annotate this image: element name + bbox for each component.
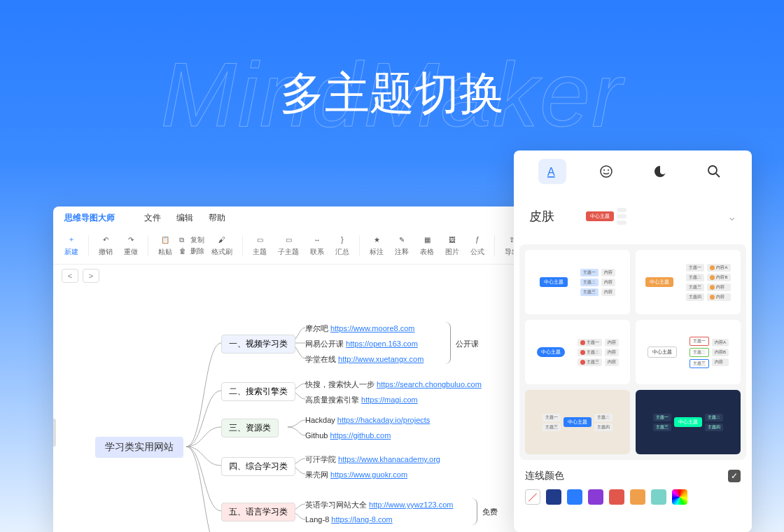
leaf-link[interactable]: https://hackaday.io/projects xyxy=(337,416,430,424)
style-panel: A 皮肤 中心主题 ⌄ 中心主题主题一主题二主题三内容内容内容 中心主题主题一主… xyxy=(514,150,752,532)
dot xyxy=(580,350,585,355)
p-hub: 中心主题 xyxy=(564,417,592,427)
nav-forward[interactable]: > xyxy=(83,269,99,283)
tool-format[interactable]: 🖌格式刷 xyxy=(207,232,237,258)
leaf-node[interactable]: 学堂在线 http://www.xuetangx.com xyxy=(305,354,424,365)
menu-file[interactable]: 文件 xyxy=(144,212,161,224)
tool-paste[interactable]: 📋粘贴 xyxy=(154,232,176,258)
leaf-node[interactable]: 网易公开课 https://open.163.com xyxy=(305,339,418,349)
leaf-node[interactable]: Github https://github.com xyxy=(305,431,391,440)
tab-search[interactable] xyxy=(700,159,728,184)
leaf-link[interactable]: http://www.xuetangx.com xyxy=(338,355,424,363)
p-c: 内容B xyxy=(716,274,727,281)
p-c: 内容 xyxy=(605,349,619,356)
tool-redo[interactable]: ↷重做 xyxy=(120,232,142,258)
p-c: 内容B xyxy=(712,349,729,356)
theme-card-dark[interactable]: 主题一主题三中心主题主题二主题四 xyxy=(636,390,741,454)
leaf-node[interactable]: 高质量搜索引擎 https://magi.com xyxy=(305,395,418,405)
leaf-node[interactable]: Hackday https://hackaday.io/projects xyxy=(305,416,430,424)
color-swatch[interactable] xyxy=(546,489,561,505)
svg-point-1 xyxy=(601,166,612,177)
color-swatch[interactable] xyxy=(525,489,540,505)
tool-subtopic[interactable]: ▭子主题 xyxy=(274,232,303,258)
p-c: 内容 xyxy=(712,358,729,366)
p-t: 主题一 xyxy=(653,414,671,421)
theme-card-orange[interactable]: 中心主题主题一主题二主题三主题四内容A内容B内容内容 xyxy=(636,250,741,314)
leaf-text: 果壳网 xyxy=(305,470,330,479)
p-hub: 中心主题 xyxy=(648,346,677,358)
leaf-link[interactable]: https://open.163.com xyxy=(346,340,418,348)
leaf-node[interactable]: 英语学习网站大全 http://www.yywz123.com xyxy=(305,500,454,510)
leaf-link[interactable]: http://www.yywz123.com xyxy=(369,500,453,509)
tool-table[interactable]: ▦表格 xyxy=(416,232,438,258)
leaf-link[interactable]: https://www.khanacademy.org xyxy=(338,455,440,463)
p-t: 主题三 xyxy=(580,288,598,296)
tab-theme[interactable] xyxy=(646,159,674,184)
dot xyxy=(580,360,585,365)
leaf-node[interactable]: 快搜，搜索快人一步 https://search.chongbuluo.com xyxy=(305,379,482,390)
color-swatch[interactable] xyxy=(609,489,624,505)
branch-node[interactable]: 二、搜索引擎类 xyxy=(221,382,295,401)
color-swatch[interactable] xyxy=(588,489,603,505)
leaf-link[interactable]: https://search.chongbuluo.com xyxy=(377,380,482,388)
leaf-link[interactable]: https://magi.com xyxy=(361,396,418,404)
tool-note[interactable]: ✎注释 xyxy=(391,232,413,258)
tool-subtopic-label: 子主题 xyxy=(278,247,299,257)
theme-card-numbered[interactable]: 中心主题主题一主题二主题三内容内容内容 xyxy=(525,320,630,384)
dot xyxy=(710,295,715,300)
tool-image[interactable]: 🖼图片 xyxy=(441,232,463,258)
theme-card-blue[interactable]: 中心主题主题一主题二主题三内容内容内容 xyxy=(525,250,630,314)
branch-node[interactable]: 三、资源类 xyxy=(221,419,279,438)
leaf-link[interactable]: https://www.moore8.com xyxy=(330,324,414,332)
p-t: 主题一 xyxy=(587,340,599,346)
color-swatch[interactable] xyxy=(651,489,666,505)
branch-node[interactable]: 一、视频学习类 xyxy=(221,335,295,354)
theme-card-rainbow[interactable]: 中心主题主题一主题二主题三内容A内容B内容 xyxy=(636,320,741,384)
svg-point-3 xyxy=(608,169,609,171)
svg-point-2 xyxy=(603,169,605,171)
formula-icon: ƒ xyxy=(472,234,483,245)
tool-formula-label: 公式 xyxy=(470,247,484,257)
tool-relation[interactable]: ↔联系 xyxy=(306,232,328,258)
left-edge-handle[interactable] xyxy=(53,419,56,447)
tool-topic[interactable]: ▭主题 xyxy=(248,232,271,258)
leaf-node[interactable]: Lang-8 https://lang-8.com xyxy=(305,515,393,524)
skin-selector[interactable]: 皮肤 中心主题 ⌄ xyxy=(525,195,741,237)
leaf-link[interactable]: https://lang-8.com xyxy=(331,515,392,524)
leaf-link[interactable]: https://www.guokr.com xyxy=(330,470,407,479)
leaf-node[interactable]: 可汗学院 https://www.khanacademy.org xyxy=(305,454,440,465)
line-color-section: 连线颜色 ✓ xyxy=(525,470,741,505)
tool-copy-label: 复制 xyxy=(190,235,204,245)
menu-help[interactable]: 帮助 xyxy=(209,212,225,224)
branch-node[interactable]: 五、语言学习类 xyxy=(221,503,295,522)
tool-delete[interactable]: 🗑删除 xyxy=(179,246,204,256)
tool-marker[interactable]: ★标注 xyxy=(365,232,388,258)
tool-summary[interactable]: }汇总 xyxy=(331,232,354,258)
tool-undo[interactable]: ↶撤销 xyxy=(94,232,117,258)
color-swatch[interactable] xyxy=(630,489,645,505)
leaf-text: 可汗学院 xyxy=(305,455,338,463)
tool-copy[interactable]: ⧉复制 xyxy=(179,235,204,245)
nav-back[interactable]: < xyxy=(62,269,78,283)
line-color-toggle[interactable]: ✓ xyxy=(728,470,741,482)
color-swatch[interactable] xyxy=(672,489,687,505)
theme-card-beige[interactable]: 主题一主题三中心主题主题二主题四 xyxy=(525,390,630,454)
tool-copy-delete: ⧉复制 🗑删除 xyxy=(179,235,204,256)
tool-new[interactable]: ＋新建 xyxy=(60,232,83,258)
leaf-node[interactable]: 果壳网 https://www.guokr.com xyxy=(305,470,407,480)
color-swatch[interactable] xyxy=(567,489,582,505)
tab-emoji[interactable] xyxy=(592,159,620,184)
menu-edit[interactable]: 编辑 xyxy=(176,212,193,224)
canvas[interactable]: 学习类实用网站 一、视频学习类摩尔吧 https://www.moore8.co… xyxy=(53,287,578,532)
tool-formula[interactable]: ƒ公式 xyxy=(466,232,489,258)
leaf-link[interactable]: https://github.com xyxy=(330,431,391,440)
tab-text-style[interactable]: A xyxy=(538,159,566,184)
tool-new-label: 新建 xyxy=(64,247,78,257)
p-hub: 中心主题 xyxy=(537,347,565,357)
p-c: 内容A xyxy=(712,339,729,346)
leaf-node[interactable]: 摩尔吧 https://www.moore8.com xyxy=(305,323,415,334)
branch-node[interactable]: 四、综合学习类 xyxy=(221,457,295,476)
dot xyxy=(710,275,715,280)
summary-icon: } xyxy=(337,234,348,245)
root-node[interactable]: 学习类实用网站 xyxy=(95,437,183,458)
